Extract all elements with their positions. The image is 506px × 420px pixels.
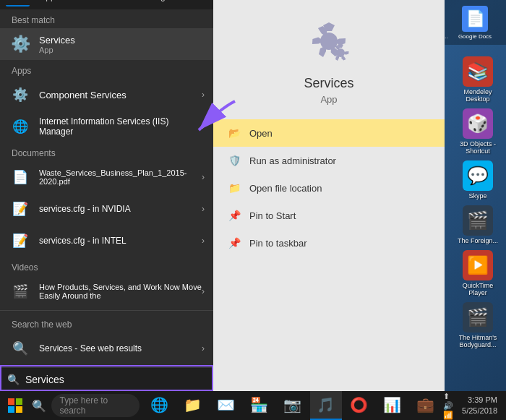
tray-icons: ⬆ 🔊 📶 (443, 392, 459, 420)
start-menu-right: Services App 📂 Open 🛡️ Run as administra… (213, 0, 445, 391)
taskbar-app-mail[interactable]: ✉️ (210, 391, 242, 420)
taskbar-tray: ⬆ 🔊 📶 3:39 PM 5/25/2018 (443, 392, 503, 420)
web-search-icon: 🔍 (9, 337, 32, 360)
svg-rect-3 (8, 398, 14, 405)
desktop-icon-mendeley[interactable]: 📚 Mendeley Desktop (453, 56, 503, 103)
cfg-intel-icon: 📝 (9, 229, 32, 252)
pin-taskbar-icon: 📌 (228, 236, 241, 249)
taskbar-search-icon[interactable]: 🔍 (29, 393, 49, 419)
component-services-icon: ⚙️ (9, 83, 32, 106)
services-result-text: Services App (39, 35, 205, 54)
right-app-name: Services (304, 76, 353, 91)
web-search-arrow: › (202, 343, 205, 353)
apps-section-label: Apps (0, 60, 213, 79)
iis-icon: 🌐 (9, 115, 32, 138)
menu-pin-start[interactable]: 📌 Pin to Start (213, 202, 445, 229)
svg-rect-4 (16, 398, 22, 405)
tab-apps[interactable]: Apps (33, 0, 67, 6)
cfg-intel-text: services.cfg - in INTEL (39, 236, 202, 246)
best-match-services[interactable]: ⚙️ Services App (0, 28, 213, 60)
web-search-name: Services - See web results (39, 343, 202, 353)
web-section-label: Search the web (0, 314, 213, 333)
result-services-cfg-intel[interactable]: 📝 services.cfg - in INTEL › (0, 225, 213, 257)
services-large-icon (300, 12, 358, 70)
taskbar-app-edge[interactable]: 🌐 (144, 391, 176, 420)
taskbar-clock[interactable]: 3:39 PM 5/25/2018 (462, 395, 497, 417)
svg-rect-6 (16, 406, 22, 413)
menu-open[interactable]: 📂 Open (213, 119, 445, 147)
desktop-icon-hitman[interactable]: 🎬 The Hitman's Bodyguard... (453, 302, 503, 348)
taskbar-cortana[interactable]: Type here to search (51, 394, 140, 417)
tab-settings[interactable]: Settings (131, 0, 176, 6)
desktop-icon-foreign[interactable]: 🎬 The Foreign... (453, 205, 503, 244)
taskbar-app-photos[interactable]: 📷 (277, 391, 309, 420)
menu-open-location[interactable]: 📁 Open file location (213, 174, 445, 202)
taskbar-app-briefcase[interactable]: 💼 (410, 391, 442, 420)
run-admin-icon: 🛡️ (228, 154, 241, 167)
right-desktop-icons: 📚 Mendeley Desktop 🎲 3D Objects - Shortc… (450, 51, 506, 354)
menu-open-location-label: Open file location (249, 183, 322, 194)
videos-section-label: Videos (0, 257, 213, 275)
location-icon: 📁 (228, 181, 241, 194)
quicktime-icon: ▶️ (463, 250, 493, 280)
services-app-icon: ⚙️ (9, 33, 32, 56)
tab-documents[interactable]: Documents (70, 0, 129, 6)
waste-pdf-text: Waste_Services_Business_Plan_1_2015-2020… (39, 168, 202, 186)
cfg-nvidia-name: services.cfg - in NVIDIA (39, 204, 202, 214)
taskbar-apps: 🌐 📁 ✉️ 🏪 📷 🎵 ⭕ 📊 💼 (144, 391, 442, 420)
tab-all[interactable]: All (6, 0, 30, 7)
hitman-icon: 🎬 (463, 302, 493, 333)
search-icon: 🔍 (7, 374, 20, 385)
best-match-label: Best match (0, 9, 213, 28)
how-products-arrow: › (202, 286, 205, 296)
search-box-container: 🔍 (0, 367, 213, 391)
menu-pin-start-label: Pin to Start (249, 210, 296, 221)
taskbar: 🔍 Type here to search 🌐 📁 ✉️ 🏪 📷 🎵 ⭕ 📊 💼… (0, 391, 506, 420)
desktop-icon-skype[interactable]: 💬 Skype (453, 160, 503, 200)
taskbar-app-music[interactable]: 🎵 (310, 391, 342, 420)
component-services-name: Component Services (39, 90, 202, 100)
result-how-products[interactable]: 🎬 How Products, Services, and Work Now M… (0, 275, 213, 307)
googledocs-icon: 📄 (462, 6, 488, 32)
menu-pin-taskbar-label: Pin to taskbar (249, 238, 307, 249)
tab-email[interactable]: Email (180, 0, 216, 6)
desktop-icon-googledocs[interactable]: 📄 Google Docs (454, 6, 496, 40)
result-iis-manager[interactable]: 🌐 Internet Information Services (IIS) Ma… (0, 111, 213, 142)
menu-pin-taskbar[interactable]: 📌 Pin to taskbar (213, 229, 445, 257)
waste-pdf-icon: 📄 (9, 166, 32, 189)
svg-rect-5 (8, 406, 14, 413)
services-result-name: Services (39, 35, 205, 46)
cfg-nvidia-icon: 📝 (9, 197, 32, 220)
cortana-text: Type here to search (60, 395, 131, 416)
result-services-cfg-nvidia[interactable]: 📝 services.cfg - in NVIDIA › (0, 193, 213, 225)
3dobjects-icon: 🎲 (463, 108, 493, 139)
desktop: 📁 FileZilla Client 🖼️ Glance Images 🏁 Ra… (0, 0, 506, 420)
cfg-nvidia-arrow: › (202, 204, 205, 214)
taskbar-app-stats[interactable]: 📊 (377, 391, 408, 420)
search-input[interactable] (25, 372, 206, 387)
foreign-icon: 🎬 (463, 205, 493, 236)
taskbar-app-store[interactable]: 🏪 (244, 391, 275, 420)
result-component-services[interactable]: ⚙️ Component Services › (0, 79, 213, 111)
taskbar-app-circle[interactable]: ⭕ (343, 391, 375, 420)
right-app-type: App (320, 94, 337, 105)
start-menu: All Apps Documents Settings Email Web Mo… (0, 0, 448, 391)
result-waste-pdf[interactable]: 📄 Waste_Services_Business_Plan_1_2015-20… (0, 161, 213, 193)
start-button[interactable] (3, 391, 27, 420)
services-result-subtext: App (39, 46, 205, 54)
how-products-name: How Products, Services, and Work Now Mov… (39, 283, 202, 300)
menu-run-admin[interactable]: 🛡️ Run as administrator (213, 147, 445, 174)
desktop-icon-quicktime[interactable]: ▶️ QuickTime Player (453, 250, 503, 296)
iis-name: Internet Information Services (IIS) Mana… (39, 116, 202, 137)
desktop-icon-p10f[interactable]: 📋 P10F (499, 6, 506, 40)
desktop-icon-3dobjects[interactable]: 🎲 3D Objects - Shortcut (453, 108, 503, 155)
start-menu-left: All Apps Documents Settings Email Web Mo… (0, 0, 213, 391)
web-divider (0, 310, 213, 311)
search-results: Best match ⚙️ Services App Apps ⚙️ Compo… (0, 9, 213, 367)
result-web-search[interactable]: 🔍 Services - See web results › (0, 333, 213, 364)
iis-arrow: › (202, 121, 205, 132)
how-products-text: How Products, Services, and Work Now Mov… (39, 283, 202, 300)
waste-pdf-arrow: › (202, 172, 205, 182)
cfg-intel-name: services.cfg - in INTEL (39, 236, 202, 246)
taskbar-app-explorer[interactable]: 📁 (177, 391, 209, 420)
